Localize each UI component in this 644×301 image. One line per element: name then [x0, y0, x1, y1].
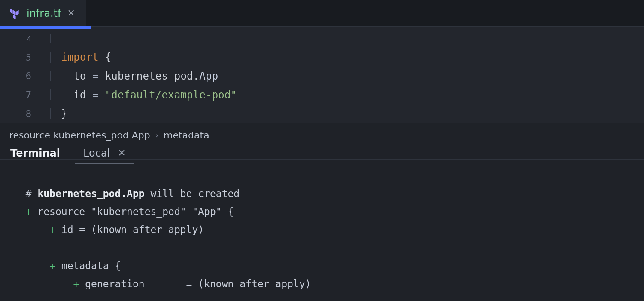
line-number: 8 [0, 108, 51, 119]
close-icon[interactable]: ✕ [67, 9, 75, 18]
line-number: 6 [0, 71, 51, 81]
terraform-icon [9, 7, 21, 19]
terminal-output[interactable]: # kubernetes_pod.App will be created + r… [0, 160, 644, 301]
code-line: 6 to = kubernetes_pod.App [0, 67, 644, 86]
editor-tabbar: infra.tf ✕ [0, 0, 644, 27]
panel-title[interactable]: Terminal [4, 147, 66, 159]
terminal-tab-label: Local [83, 147, 110, 159]
close-icon[interactable]: ✕ [118, 148, 125, 158]
breadcrumb-seg[interactable]: resource kubernetes_pod App [9, 130, 150, 141]
code-line: 8 } [0, 104, 644, 123]
code-line: 5 import { [0, 48, 644, 67]
line-number: 5 [0, 52, 51, 63]
svg-marker-3 [13, 14, 16, 19]
terminal-tab-local[interactable]: Local ✕ [79, 147, 130, 159]
code-line: 4 [0, 29, 644, 48]
svg-marker-1 [13, 10, 16, 15]
chevron-right-icon: › [155, 131, 158, 140]
panel-tabbar: Terminal Local ✕ [0, 147, 644, 160]
line-number: 7 [0, 89, 51, 100]
breadcrumb: resource kubernetes_pod App › metadata [0, 123, 644, 147]
breadcrumb-seg[interactable]: metadata [164, 130, 210, 141]
svg-marker-0 [10, 8, 13, 13]
code-editor[interactable]: 4 5 import { 6 to = kubernetes_pod.App 7… [0, 27, 644, 123]
code-line: 7 id = "default/example-pod" [0, 86, 644, 104]
svg-marker-2 [16, 10, 19, 15]
tab-filename: infra.tf [27, 7, 61, 19]
line-number: 4 [0, 34, 51, 43]
editor-tab-infra[interactable]: infra.tf ✕ [0, 0, 86, 26]
tab-active-indicator [0, 26, 91, 29]
terminal-panel: Terminal Local ✕ # kubernetes_pod.App wi… [0, 147, 644, 301]
